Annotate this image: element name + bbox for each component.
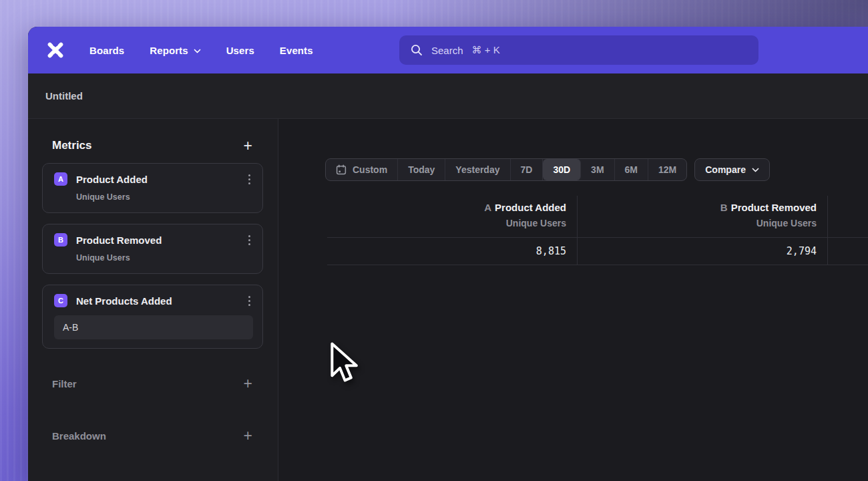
range-6m[interactable]: 6M xyxy=(615,159,648,180)
search-placeholder: Search xyxy=(431,45,463,56)
column-title: Product Removed xyxy=(731,202,817,213)
query-sidebar: Metrics + A Product Added Unique Users B… xyxy=(28,119,278,481)
table-header-product-added[interactable]: AProduct Added Unique Users xyxy=(327,196,578,237)
column-measure: Unique Users xyxy=(338,218,566,228)
range-label: 7D xyxy=(521,164,533,175)
desktop-background: Boards Reports Users Events Search xyxy=(0,0,868,481)
add-filter-button[interactable]: + xyxy=(244,377,252,390)
range-label: 30D xyxy=(553,164,570,175)
metrics-title: Metrics xyxy=(52,139,92,152)
series-letter: A xyxy=(484,202,491,213)
breakdown-label: Breakdown xyxy=(52,430,106,442)
range-label: Today xyxy=(408,164,435,175)
range-label: 6M xyxy=(625,164,638,175)
breakdown-section: Breakdown + xyxy=(42,429,263,442)
search-input[interactable]: Search ⌘ + K xyxy=(399,35,758,65)
compare-label: Compare xyxy=(705,164,746,175)
metric-badge-a: A xyxy=(54,172,67,186)
column-title: Product Added xyxy=(495,202,566,213)
range-today[interactable]: Today xyxy=(398,159,445,180)
date-toolbar: Custom Today Yesterday 7D 30D 3M 6M 12M … xyxy=(325,158,770,181)
table-header-overflow xyxy=(828,196,868,237)
range-custom[interactable]: Custom xyxy=(326,159,398,180)
metric-badge-b: B xyxy=(54,233,67,247)
nav-item-label: Reports xyxy=(150,45,188,56)
search-icon xyxy=(411,44,423,56)
value-product-added[interactable]: 8,815 xyxy=(327,238,578,265)
nav-item-users[interactable]: Users xyxy=(226,45,254,56)
top-nav: Boards Reports Users Events Search xyxy=(28,27,868,73)
kebab-menu-icon[interactable] xyxy=(246,234,253,247)
metric-card-b[interactable]: B Product Removed Unique Users xyxy=(42,224,263,274)
nav-item-label: Users xyxy=(226,45,254,56)
metric-name[interactable]: Net Products Added xyxy=(76,295,237,307)
kebab-menu-icon[interactable] xyxy=(246,173,253,186)
compare-button[interactable]: Compare xyxy=(694,158,770,181)
range-3m[interactable]: 3M xyxy=(581,159,614,180)
metric-name[interactable]: Product Removed xyxy=(76,234,237,246)
nav-item-label: Boards xyxy=(89,45,124,56)
metrics-table: AProduct Added Unique Users BProduct Rem… xyxy=(327,196,868,265)
add-metric-button[interactable]: + xyxy=(244,139,252,152)
date-range-control: Custom Today Yesterday 7D 30D 3M 6M 12M xyxy=(325,158,687,181)
calendar-icon xyxy=(336,164,347,175)
nav-item-events[interactable]: Events xyxy=(280,45,313,56)
metric-measure[interactable]: Unique Users xyxy=(76,253,253,263)
search-shortcut: ⌘ + K xyxy=(472,44,500,56)
table-value-row: 8,815 2,794 xyxy=(327,238,868,265)
report-canvas: Custom Today Yesterday 7D 30D 3M 6M 12M … xyxy=(278,119,868,481)
table-header-row: AProduct Added Unique Users BProduct Rem… xyxy=(327,196,868,238)
range-12m[interactable]: 12M xyxy=(648,159,686,180)
add-breakdown-button[interactable]: + xyxy=(244,429,252,442)
column-measure: Unique Users xyxy=(588,218,817,228)
nav-item-reports[interactable]: Reports xyxy=(150,45,200,56)
metric-name[interactable]: Product Added xyxy=(76,174,237,185)
value-product-removed[interactable]: 2,794 xyxy=(578,238,828,265)
filter-section: Filter + xyxy=(42,377,263,390)
app-window: Boards Reports Users Events Search xyxy=(28,27,868,481)
series-letter: B xyxy=(720,202,728,213)
metric-measure[interactable]: Unique Users xyxy=(76,192,253,202)
range-label: Custom xyxy=(353,164,387,175)
metric-card-a[interactable]: A Product Added Unique Users xyxy=(42,163,263,213)
document-header: Untitled xyxy=(28,73,868,119)
range-label: 3M xyxy=(591,164,604,175)
range-label: Yesterday xyxy=(455,164,499,175)
metric-badge-c: C xyxy=(54,294,67,307)
metrics-section-header: Metrics + xyxy=(42,139,263,152)
chevron-down-icon xyxy=(194,49,201,53)
range-7d[interactable]: 7D xyxy=(511,159,544,180)
document-title[interactable]: Untitled xyxy=(45,90,83,102)
mixpanel-x-logo-icon[interactable] xyxy=(47,41,64,59)
range-30d-active[interactable]: 30D xyxy=(543,159,581,180)
filter-label: Filter xyxy=(52,378,77,389)
table-cell-overflow xyxy=(828,238,868,265)
range-yesterday[interactable]: Yesterday xyxy=(445,159,510,180)
chevron-down-icon xyxy=(752,168,759,172)
table-header-product-removed[interactable]: BProduct Removed Unique Users xyxy=(578,196,828,237)
range-label: 12M xyxy=(658,164,676,175)
metric-card-c[interactable]: C Net Products Added A-B xyxy=(42,285,263,349)
nav-item-label: Events xyxy=(280,45,313,56)
nav-item-boards[interactable]: Boards xyxy=(89,45,124,56)
formula-input[interactable]: A-B xyxy=(54,315,253,339)
kebab-menu-icon[interactable] xyxy=(246,295,253,307)
